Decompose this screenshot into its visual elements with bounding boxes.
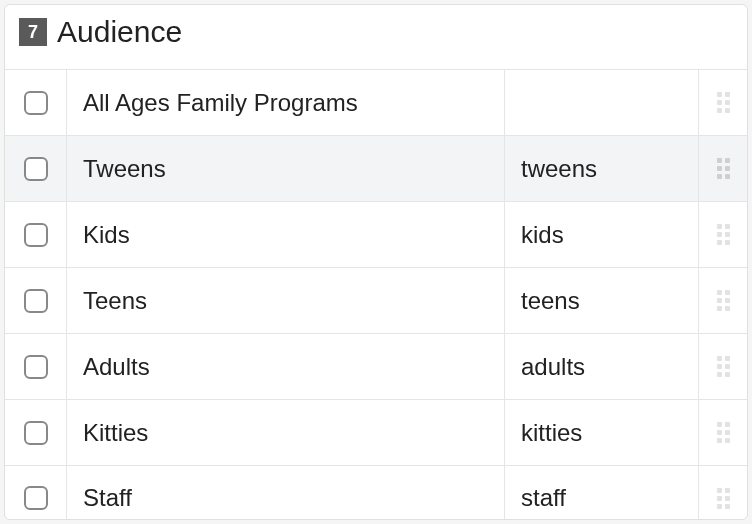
table-row[interactable]: Tweenstweens bbox=[5, 135, 747, 201]
table-row[interactable]: All Ages Family Programs bbox=[5, 69, 747, 135]
row-checkbox[interactable] bbox=[24, 355, 48, 379]
drag-icon bbox=[717, 92, 730, 113]
row-checkbox[interactable] bbox=[24, 289, 48, 313]
checkbox-cell bbox=[5, 136, 67, 201]
checkbox-cell bbox=[5, 268, 67, 333]
drag-icon bbox=[717, 290, 730, 311]
rows-container: All Ages Family ProgramsTweenstweensKids… bbox=[5, 69, 747, 520]
row-label[interactable]: Teens bbox=[67, 268, 505, 333]
drag-handle[interactable] bbox=[699, 136, 747, 201]
drag-handle[interactable] bbox=[699, 268, 747, 333]
panel-header: 7 Audience bbox=[5, 5, 747, 57]
audience-panel: 7 Audience All Ages Family ProgramsTween… bbox=[4, 4, 748, 520]
drag-icon bbox=[717, 356, 730, 377]
row-checkbox[interactable] bbox=[24, 223, 48, 247]
row-label[interactable]: Adults bbox=[67, 334, 505, 399]
row-slug[interactable]: adults bbox=[505, 334, 699, 399]
row-slug[interactable] bbox=[505, 70, 699, 135]
checkbox-cell bbox=[5, 70, 67, 135]
row-label[interactable]: All Ages Family Programs bbox=[67, 70, 505, 135]
row-label[interactable]: Staff bbox=[67, 466, 505, 520]
count-badge: 7 bbox=[19, 18, 47, 46]
row-checkbox[interactable] bbox=[24, 157, 48, 181]
row-checkbox[interactable] bbox=[24, 421, 48, 445]
drag-icon bbox=[717, 488, 730, 509]
drag-handle[interactable] bbox=[699, 202, 747, 267]
row-checkbox[interactable] bbox=[24, 486, 48, 510]
drag-handle[interactable] bbox=[699, 334, 747, 399]
table-row[interactable]: Adultsadults bbox=[5, 333, 747, 399]
row-slug[interactable]: kitties bbox=[505, 400, 699, 465]
drag-handle[interactable] bbox=[699, 70, 747, 135]
table-row[interactable]: Kidskids bbox=[5, 201, 747, 267]
row-label[interactable]: Kitties bbox=[67, 400, 505, 465]
checkbox-cell bbox=[5, 334, 67, 399]
row-checkbox[interactable] bbox=[24, 91, 48, 115]
drag-icon bbox=[717, 422, 730, 443]
panel-title: Audience bbox=[57, 15, 182, 49]
row-slug[interactable]: teens bbox=[505, 268, 699, 333]
checkbox-cell bbox=[5, 466, 67, 520]
drag-icon bbox=[717, 224, 730, 245]
drag-handle[interactable] bbox=[699, 466, 747, 520]
row-label[interactable]: Kids bbox=[67, 202, 505, 267]
checkbox-cell bbox=[5, 202, 67, 267]
row-slug[interactable]: kids bbox=[505, 202, 699, 267]
row-label[interactable]: Tweens bbox=[67, 136, 505, 201]
drag-handle[interactable] bbox=[699, 400, 747, 465]
drag-icon bbox=[717, 158, 730, 179]
table-row[interactable]: Kittieskitties bbox=[5, 399, 747, 465]
row-slug[interactable]: staff bbox=[505, 466, 699, 520]
checkbox-cell bbox=[5, 400, 67, 465]
table-row[interactable]: Staffstaff bbox=[5, 465, 747, 520]
row-slug[interactable]: tweens bbox=[505, 136, 699, 201]
table-row[interactable]: Teensteens bbox=[5, 267, 747, 333]
